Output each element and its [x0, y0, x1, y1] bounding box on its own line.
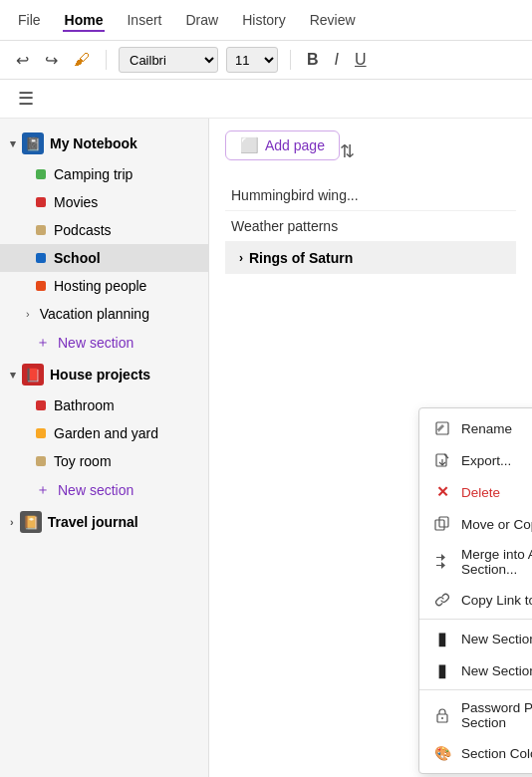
italic-button[interactable]: I	[331, 49, 343, 71]
rename-icon	[433, 419, 451, 437]
section-color-dot	[36, 400, 46, 410]
notebook-travel-journal[interactable]: › 📔 Travel journal	[0, 505, 208, 539]
section-color-dot	[36, 456, 46, 466]
section-color-dot	[36, 169, 46, 179]
notebook-icon: 📓	[22, 132, 44, 154]
ctx-rename[interactable]: Rename	[419, 412, 532, 444]
ctx-merge[interactable]: Merge into Another Section...	[419, 540, 532, 584]
toolbar-separator-2	[290, 50, 291, 70]
section-label: Camping trip	[54, 166, 133, 182]
password-icon	[433, 706, 451, 724]
ctx-separator-2	[419, 689, 532, 690]
context-menu: Rename Export... ✕ Delete	[418, 407, 532, 774]
section-color-dot	[36, 253, 46, 263]
chevron-down-icon: ▾	[10, 369, 16, 382]
ctx-export-label: Export...	[461, 453, 511, 468]
main-layout: ▾ 📓 My Notebook Camping trip Movies Podc…	[0, 119, 532, 777]
ctx-new-section-group-label: New Section Group	[461, 663, 532, 678]
hamburger-menu-button[interactable]: ☰	[14, 86, 38, 112]
ctx-copy-link[interactable]: Copy Link to Section	[419, 584, 532, 616]
section-color-dot	[36, 197, 46, 207]
redo-button[interactable]: ↪	[41, 49, 62, 72]
ctx-delete[interactable]: ✕ Delete	[419, 476, 532, 508]
sort-button[interactable]: ⇅	[340, 140, 355, 162]
section-label: Podcasts	[54, 222, 112, 238]
section-bathroom[interactable]: Bathroom	[0, 391, 208, 419]
section-label: Movies	[54, 194, 98, 210]
ctx-merge-label: Merge into Another Section...	[461, 547, 532, 577]
ctx-new-section-group[interactable]: ▮ New Section Group	[419, 654, 532, 686]
notebook-house-projects[interactable]: ▾ 📕 House projects	[0, 358, 208, 391]
ctx-section-color-label: Section Color	[461, 746, 532, 761]
chevron-down-icon: ▾	[10, 137, 16, 150]
notebook-label: House projects	[50, 367, 150, 383]
section-camping[interactable]: Camping trip	[0, 160, 208, 188]
menu-review[interactable]: Review	[308, 8, 358, 32]
undo-button[interactable]: ↩	[12, 49, 33, 72]
size-selector[interactable]: 11	[226, 47, 278, 73]
sort-icon: ⇅	[340, 141, 355, 161]
section-label: Garden and yard	[54, 425, 158, 441]
font-selector[interactable]: Cailbri	[119, 47, 218, 73]
new-section-label: New section	[58, 335, 133, 351]
add-page-button[interactable]: ⬜ Add page	[225, 130, 340, 160]
content-area: ⬜ Add page ⇅ Hummingbird wing... Weather…	[209, 119, 532, 777]
add-page-icon: ⬜	[240, 136, 259, 154]
sidebar: ▾ 📓 My Notebook Camping trip Movies Podc…	[0, 119, 209, 777]
plus-icon: ＋	[36, 481, 50, 499]
new-section-house-projects[interactable]: ＋ New section	[0, 475, 208, 505]
ctx-move-copy-label: Move or Copy...	[461, 517, 532, 532]
new-section-group-icon: ▮	[433, 661, 451, 679]
bold-button[interactable]: B	[303, 49, 323, 71]
chevron-right-icon: ›	[26, 308, 30, 320]
copy-link-icon	[433, 591, 451, 609]
menu-draw[interactable]: Draw	[183, 8, 220, 32]
section-label: Toy room	[54, 453, 112, 469]
ctx-password-label: Password Protect This Section	[461, 700, 532, 730]
delete-icon: ✕	[433, 483, 451, 501]
section-color-dot	[36, 428, 46, 438]
section-movies[interactable]: Movies	[0, 188, 208, 216]
ctx-new-section-label: New Section	[461, 632, 532, 647]
section-color-icon: 🎨	[433, 744, 451, 762]
ctx-rename-label: Rename	[461, 421, 512, 436]
new-section-my-notebook[interactable]: ＋ New section	[0, 328, 208, 358]
section-label: Bathroom	[54, 397, 115, 413]
section-color-dot	[36, 225, 46, 235]
section-garden[interactable]: Garden and yard	[0, 419, 208, 447]
section-hosting[interactable]: Hosting people	[0, 272, 208, 300]
section-vacation[interactable]: › Vacation planning	[0, 300, 208, 328]
menu-history[interactable]: History	[240, 8, 288, 32]
ctx-export[interactable]: Export...	[419, 444, 532, 476]
sub-toolbar: ☰	[0, 80, 532, 119]
new-section-label: New section	[58, 482, 133, 498]
ctx-separator	[419, 619, 532, 620]
notebook-my-notebook[interactable]: ▾ 📓 My Notebook	[0, 127, 208, 160]
menu-file[interactable]: File	[16, 8, 43, 32]
page-weather[interactable]: Weather patterns	[225, 211, 516, 242]
rings-header-label: Rings of Saturn	[249, 250, 353, 266]
toolbar-separator	[106, 50, 107, 70]
section-school[interactable]: School	[0, 244, 208, 272]
format-painter-button[interactable]: 🖌	[70, 49, 94, 71]
rings-of-saturn-header[interactable]: › Rings of Saturn	[225, 242, 516, 274]
menu-insert[interactable]: Insert	[125, 8, 163, 32]
toolbar: ↩ ↪ 🖌 Cailbri 11 B I U	[0, 41, 532, 80]
section-toy-room[interactable]: Toy room	[0, 447, 208, 475]
ctx-move-copy[interactable]: Move or Copy...	[419, 508, 532, 540]
menu-home[interactable]: Home	[63, 8, 106, 32]
section-color-dot	[36, 281, 46, 291]
section-podcasts[interactable]: Podcasts	[0, 216, 208, 244]
plus-icon: ＋	[36, 334, 50, 352]
underline-button[interactable]: U	[351, 49, 371, 71]
ctx-new-section[interactable]: ▮ New Section	[419, 623, 532, 654]
ctx-section-color[interactable]: 🎨 Section Color ›	[419, 737, 532, 769]
add-page-label: Add page	[265, 137, 325, 153]
page-hummingbird[interactable]: Hummingbird wing...	[225, 180, 516, 211]
menu-bar: File Home Insert Draw History Review	[0, 0, 532, 41]
export-icon	[433, 451, 451, 469]
ctx-password[interactable]: Password Protect This Section	[419, 693, 532, 737]
ctx-delete-label: Delete	[461, 485, 500, 500]
new-section-icon: ▮	[433, 630, 451, 648]
notebook-icon: 📔	[20, 511, 42, 533]
